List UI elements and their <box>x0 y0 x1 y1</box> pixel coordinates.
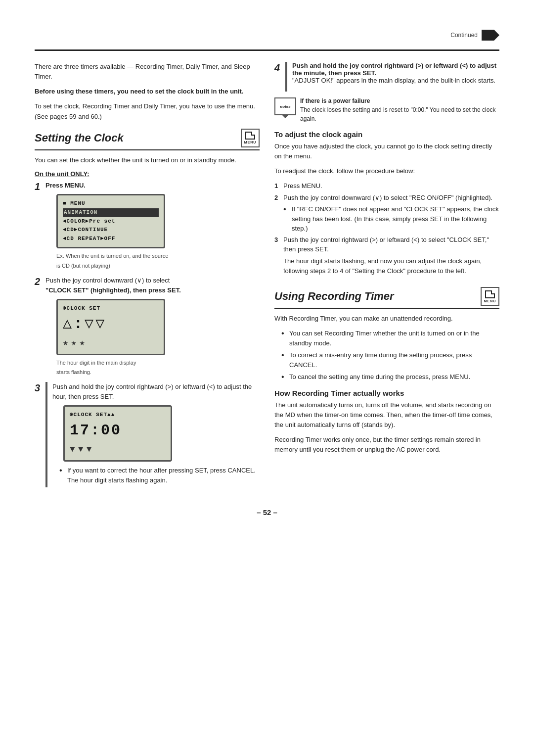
rec-bullet3: • To cancel the setting any time during … <box>274 372 499 382</box>
lcd-row-1: ■ MENU <box>63 199 159 208</box>
star3-1: ▼ <box>70 443 75 456</box>
adj-step2b-text: If "REC ON/OFF" does not appear and "CLO… <box>292 204 499 234</box>
step2-content: Push the joy control downward (∨) to sel… <box>45 276 260 378</box>
on-unit-label: On the unit ONLY: <box>35 170 260 178</box>
continued-label: Continued <box>450 32 478 39</box>
step1: 1 Press MENU. ■ MENU ANIMATION ◄COLOR►Pr… <box>35 181 260 272</box>
notes-label: notes <box>280 104 290 109</box>
step1-lcd: ■ MENU ANIMATION ◄COLOR►Pre set ◄CD►CONT… <box>56 194 165 248</box>
star2: ★ <box>71 336 77 350</box>
adj-step1-num: 1 <box>274 181 283 191</box>
page-number: – 52 – <box>35 508 499 517</box>
clock-intro: You can set the clock whether the unit i… <box>35 155 260 165</box>
lcd3-digits: 17:00 <box>70 420 122 442</box>
step4-normal: "ADJUST OK!" appears in the main display… <box>292 77 495 84</box>
two-col-layout: There are three timers available — Recor… <box>35 62 499 493</box>
lcd3-row1: ⊕CLOCK SET▲▲ <box>70 411 166 420</box>
step1-content: Press MENU. ■ MENU ANIMATION ◄COLOR►Pre … <box>45 181 260 272</box>
adj-step2b: • If "REC ON/OFF" does not appear and "C… <box>274 204 499 234</box>
to-adjust-p2: To readjust the clock, follow the proced… <box>274 166 499 176</box>
star3: ★ <box>80 336 85 350</box>
lcd2-row1: ⊕CLOCK SET <box>63 304 159 313</box>
recording-timer-title: Using Recording Timer <box>274 290 477 303</box>
step4-container: 4 Push and hold the joy control rightwar… <box>274 62 499 92</box>
lcd-row-5: ◄CD REPEAT►OFF <box>63 235 159 243</box>
step3-bullet: • If you want to correct the hour after … <box>52 466 260 485</box>
intro-p3: To set the clock, Recording Timer and Da… <box>35 101 260 121</box>
recording-menu-icon: MENU <box>481 287 499 306</box>
step3-bar <box>45 382 47 487</box>
star1: ★ <box>63 336 68 350</box>
adj-step3-text: Push the joy control rightward (>) or le… <box>283 235 499 254</box>
rec-bullet2-text: To correct a mis-entry any time during t… <box>289 350 499 370</box>
step4-num: 4 <box>274 62 285 74</box>
menu-label: MENU <box>244 141 257 144</box>
step2-text-bold: "CLOCK SET" (highlighted), then press SE… <box>45 286 181 294</box>
lcd-row-2: ANIMATION <box>63 208 159 217</box>
step4-bar <box>285 62 287 92</box>
rec-dot1: • <box>281 329 287 338</box>
top-rule <box>35 49 499 51</box>
step4-bold: Push and hold the joy control rightward … <box>292 62 496 77</box>
step4-content: Push and hold the joy control rightward … <box>292 62 499 84</box>
recording-timer-heading: Using Recording Timer MENU <box>274 287 499 309</box>
how-works-title: How Recording Timer actually works <box>274 389 499 397</box>
col-right: 4 Push and hold the joy control rightwar… <box>274 62 499 493</box>
adj-step3: 3 Push the joy control rightward (>) or … <box>274 235 499 254</box>
step3-container: 3 Push and hold the joy control rightwar… <box>35 382 260 487</box>
step3-content: Push and hold the joy control rightward … <box>52 382 260 487</box>
step1-caption2: is CD (but not playing) <box>56 262 260 270</box>
menu-icon: MENU <box>241 129 260 147</box>
intro-p2: Before using these timers, you need to s… <box>35 87 260 96</box>
adj-step2-num: 2 <box>274 193 283 203</box>
rec-dot3: • <box>281 372 287 381</box>
step1-num: 1 <box>35 181 45 192</box>
power-failure-text: The clock loses the setting and is reset… <box>300 106 495 122</box>
star3-2: ▼ <box>78 443 84 456</box>
to-adjust-p1: Once you have adjusted the clock, you ca… <box>274 142 499 161</box>
step2-caption1: The hour digit in the main display <box>56 359 260 367</box>
step2-caption2: starts flashing. <box>56 369 260 376</box>
recording-menu-label: MENU <box>484 299 496 303</box>
adj-step1: 1 Press MENU. <box>274 181 499 191</box>
notes-icon: notes <box>274 97 296 115</box>
adj-step1-text: Press MENU. <box>283 181 499 191</box>
power-failure-title: If there is a power failure <box>300 97 370 104</box>
step3-num: 3 <box>35 382 45 394</box>
step1-label: Press MENU. <box>45 181 260 190</box>
step3-text: Push and hold the joy control rightward … <box>52 382 260 401</box>
recording-doc-icon <box>485 290 495 298</box>
stars3: ▼ ▼ ▼ <box>70 443 166 456</box>
lcd-row-4: ◄CD►CONTINUE <box>63 226 159 235</box>
adj-bullet-dot: • <box>283 204 289 214</box>
adj-step3-num: 3 <box>274 235 283 245</box>
step2-text: Push the joy control downward (∨) to sel… <box>45 276 260 295</box>
setting-clock-heading: Setting the Clock MENU <box>35 129 260 150</box>
step2-text-before: Push the joy control downward (∨) to sel… <box>45 277 170 284</box>
lcd-row-3: ◄COLOR►Pre set <box>63 217 159 226</box>
step2-lcd: ⊕CLOCK SET △:▽▽ ★ ★ ★ <box>56 299 165 355</box>
to-adjust-title: To adjust the clock again <box>274 130 499 139</box>
step3-lcd: ⊕CLOCK SET▲▲ 17:00 ▼ ▼ ▼ <box>63 405 172 462</box>
step2: 2 Push the joy control downward (∨) to s… <box>35 276 260 378</box>
intro-p1: There are three timers available — Recor… <box>35 62 260 82</box>
adj-step2: 2 Push the joy control downward (∨) to s… <box>274 193 499 203</box>
rec-bullet3-text: To cancel the setting any time during th… <box>289 372 470 382</box>
star3-3: ▼ <box>87 443 92 456</box>
adj-step3b-text: The hour digit starts flashing, and now … <box>283 257 482 275</box>
top-bar: Continued <box>35 30 499 41</box>
rec-bullet2: • To correct a mis-entry any time during… <box>274 350 499 370</box>
how-works-p2: Recording Timer works only once, but the… <box>274 435 499 455</box>
stars: ★ ★ ★ <box>63 336 159 350</box>
notes-section: notes If there is a power failure The cl… <box>274 96 499 123</box>
lcd2-digits: △:▽▽ <box>63 313 106 335</box>
doc-icon <box>245 132 255 140</box>
rec-bullet1: • You can set Recording Timer whether th… <box>274 329 499 348</box>
col-left: There are three timers available — Recor… <box>35 62 260 493</box>
step3-bullet-text: If you want to correct the hour after pr… <box>67 466 260 485</box>
to-adjust-steps: 1 Press MENU. 2 Push the joy control dow… <box>274 181 499 276</box>
page: Continued There are three timers availab… <box>0 0 534 756</box>
recording-intro: With Recording Timer, you can make an un… <box>274 314 499 324</box>
step1-caption1: Ex. When the unit is turned on, and the … <box>56 252 260 260</box>
step4-text: Push and hold the joy control rightward … <box>292 62 499 84</box>
